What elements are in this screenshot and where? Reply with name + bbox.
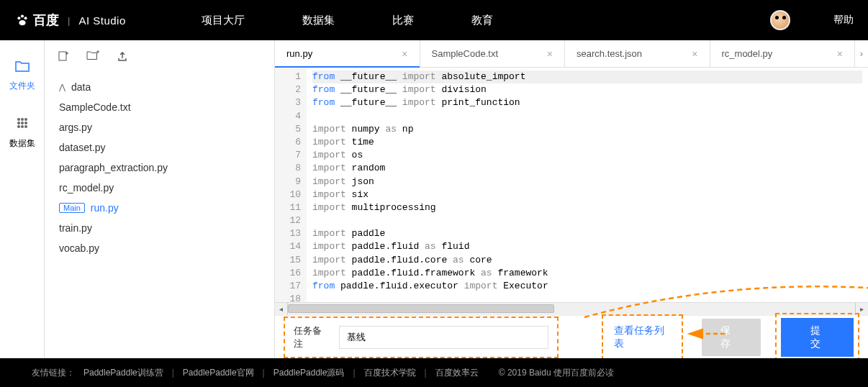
code-content[interactable]: from __future__ import absolute_importfr… [307,68,868,302]
file-tree: ⋀ data SampleCode.txt args.py dataset.py… [45,74,274,358]
sidebar-tools [45,40,274,74]
folder-data[interactable]: ⋀ data [53,77,266,97]
scroll-left-icon[interactable]: ◂ [275,303,288,315]
header-right: 帮助 [770,10,854,30]
file-paragraph[interactable]: paragraph_extraction.py [53,158,266,178]
save-button[interactable]: 保 存 [702,319,761,356]
paw-icon [14,12,30,28]
submit-callout: 提 交 [775,313,859,362]
file-samplecode[interactable]: SampleCode.txt [53,97,266,117]
baidu-logo[interactable]: 百度 [14,12,59,29]
file-sidebar: ⋀ data SampleCode.txt args.py dataset.py… [45,40,275,358]
rail-files[interactable]: 文件夹 [9,60,35,92]
svg-point-3 [19,20,25,25]
tab-bar: run.py × SampleCode.txt × search.test.js… [275,40,868,68]
left-rail: 文件夹 数据集 [0,40,45,358]
footer-label: 友情链接： [32,367,75,379]
svg-point-9 [24,122,27,124]
tab-label: SampleCode.txt [432,48,499,59]
folder-icon [15,60,30,76]
editor-area: run.py × SampleCode.txt × search.test.js… [275,40,868,358]
new-file-icon[interactable] [58,50,69,64]
footer-link-0[interactable]: PaddlePaddle训练营 [83,367,163,379]
close-icon[interactable]: × [402,48,407,60]
file-rcmodel[interactable]: rc_model.py [53,178,266,198]
ai-studio-text: AI Studio [78,14,125,27]
svg-point-4 [17,118,20,121]
nav-education[interactable]: 教育 [471,14,493,27]
footer-copyright: © 2019 Baidu 使用百度前必读 [499,367,614,379]
tab-scroll-right[interactable]: › [855,40,868,67]
remark-input[interactable] [339,326,548,349]
nav-datasets[interactable]: 数据集 [302,14,335,27]
footer-link-2[interactable]: PaddlePaddle源码 [273,367,345,379]
svg-point-7 [17,122,20,124]
svg-point-0 [17,17,20,19]
remark-callout: 任务备注 [284,317,559,358]
logo-sep: | [68,15,70,26]
rail-dataset-label: 数据集 [9,137,35,150]
dataset-icon [16,117,29,133]
line-gutter: 1234567891011121314151617181920▾21222324 [275,68,307,302]
svg-point-6 [24,118,27,121]
file-vocab[interactable]: vocab.py [53,238,266,258]
main-badge: Main [59,203,85,213]
file-dataset[interactable]: dataset.py [53,137,266,158]
code-editor[interactable]: 1234567891011121314151617181920▾21222324… [275,68,868,302]
svg-point-8 [21,122,24,124]
svg-point-12 [24,125,27,128]
svg-rect-13 [59,52,66,60]
close-icon[interactable]: × [692,48,697,60]
nav-competitions[interactable]: 比赛 [392,14,414,27]
footer-link-3[interactable]: 百度技术学院 [364,367,416,379]
main-file-label: run.py [91,202,119,214]
upload-icon[interactable] [117,50,128,64]
avatar[interactable] [770,10,790,30]
caret-icon: ⋀ [59,83,65,92]
rail-dataset[interactable]: 数据集 [9,117,35,150]
file-run[interactable]: Main run.py [53,198,266,218]
footer-link-1[interactable]: PaddlePaddle官网 [183,367,254,379]
baidu-text: 百度 [33,12,59,29]
action-bar: 任务备注 查看任务列表 保 存 提 交 [275,315,868,358]
rail-files-label: 文件夹 [9,80,35,92]
tab-label: run.py [286,48,312,59]
main-nav: 项目大厅 数据集 比赛 教育 [202,14,493,27]
svg-point-10 [17,125,20,128]
footer: 友情链接： PaddlePaddle训练营| PaddlePaddle官网| P… [0,358,868,387]
top-header: 百度 | AI Studio 项目大厅 数据集 比赛 教育 帮助 [0,0,868,40]
main-area: 文件夹 数据集 ⋀ data SampleCode.txt [0,40,868,358]
logo-area: 百度 | AI Studio [14,12,202,29]
folder-label: data [71,81,91,93]
file-train[interactable]: train.py [53,218,266,238]
close-icon[interactable]: × [547,48,553,60]
submit-button[interactable]: 提 交 [781,318,854,357]
tab-label: search.test.json [577,48,642,59]
close-icon[interactable]: × [837,48,843,60]
svg-point-11 [21,125,24,128]
svg-point-5 [21,118,24,121]
tab-label: rc_model.py [722,48,773,59]
tab-searchtest[interactable]: search.test.json × [565,40,710,67]
remark-label: 任务备注 [294,324,329,350]
footer-link-4[interactable]: 百度效率云 [435,367,479,379]
svg-point-2 [24,17,27,19]
tab-samplecode[interactable]: SampleCode.txt × [420,40,566,67]
svg-point-1 [21,14,24,17]
scroll-thumb[interactable] [288,304,554,313]
tab-rcmodel[interactable]: rc_model.py × [710,40,856,67]
file-args[interactable]: args.py [53,117,266,137]
help-link[interactable]: 帮助 [833,14,854,27]
nav-projects[interactable]: 项目大厅 [202,14,245,27]
new-folder-icon[interactable] [86,50,99,64]
view-tasks-link[interactable]: 查看任务列表 [602,314,683,360]
tab-run[interactable]: run.py × [275,40,420,67]
